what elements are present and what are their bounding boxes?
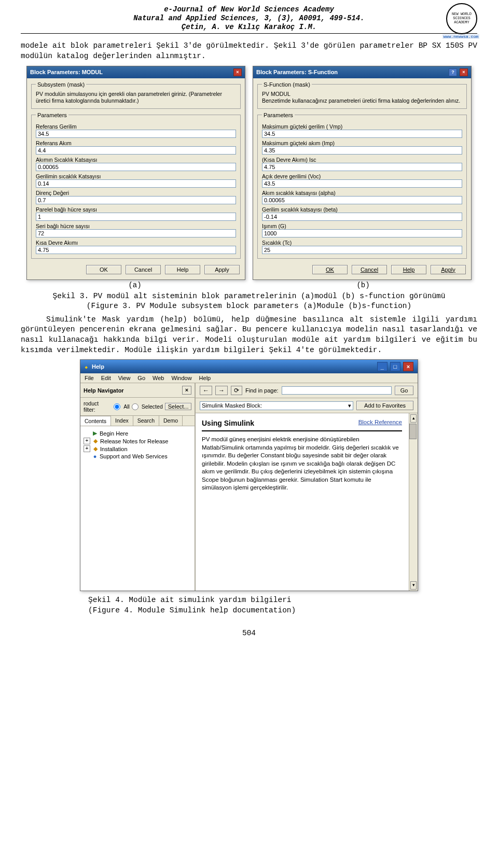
cancel-button[interactable]: Cancel <box>126 265 161 274</box>
dialog-sfunction: Block Parameters: S-Function ? × S-Funct… <box>253 66 472 280</box>
product-filter: roduct filter: All Selected Select... <box>80 398 195 416</box>
nav-tab[interactable]: Search <box>133 416 159 426</box>
hc-toolbar: ← → ⟳ Find in page: Go <box>196 383 418 398</box>
help-icon[interactable]: ? <box>449 68 457 76</box>
tree-item[interactable]: ●Support and Web Services <box>82 453 192 460</box>
back-icon[interactable]: ← <box>200 386 212 395</box>
help-content: ← → ⟳ Find in page: Go Simulink Masked B… <box>196 383 418 591</box>
tree-item[interactable]: ▶Begin Here <box>82 429 192 437</box>
param-input[interactable] <box>36 146 236 155</box>
menu-item[interactable]: Help <box>199 375 211 381</box>
param-label: Kısa Devre Akımı <box>36 240 236 246</box>
forward-icon[interactable]: → <box>215 386 228 395</box>
param-input[interactable] <box>36 213 236 221</box>
menu-item[interactable]: Edit <box>101 375 111 381</box>
param-input[interactable] <box>36 229 236 237</box>
param-input[interactable] <box>36 196 236 204</box>
reload-icon[interactable]: ⟳ <box>231 386 242 395</box>
mask-legend-b: S-Function (mask) <box>262 81 312 88</box>
tree-icon: ● <box>91 453 99 459</box>
param-label: Açık devre gerilimi (Voc) <box>262 173 462 179</box>
journal-header: e-Journal of New World Sciences Academy … <box>21 5 477 31</box>
mask-line1-b: PV MODUL <box>262 91 462 97</box>
menu-item[interactable]: Window <box>171 375 191 381</box>
ok-button[interactable]: OK <box>86 265 121 274</box>
block-reference-link[interactable]: Block Reference <box>358 418 402 428</box>
fig3-caption-l2: (Figure 3. PV Module subsystem block par… <box>21 301 477 312</box>
help-button[interactable]: Help <box>165 265 200 274</box>
tree-icon: ▶ <box>91 430 99 437</box>
filter-selected-radio[interactable] <box>132 403 139 410</box>
body-paragraph-2: Simulink'te Mask yardım (help) bölümü, h… <box>21 315 477 355</box>
param-input[interactable] <box>262 196 462 204</box>
close-icon[interactable]: × <box>403 362 413 371</box>
apply-button[interactable]: Apply <box>431 265 466 274</box>
param-input[interactable] <box>262 146 462 155</box>
param-input[interactable] <box>262 163 462 171</box>
tree-label: Support and Web Services <box>100 453 168 459</box>
ok-button[interactable]: OK <box>312 265 348 274</box>
maximize-icon[interactable]: □ <box>390 362 400 371</box>
mask-fieldset-b: S-Function (mask) PV MODUL Benzetimde ku… <box>257 81 467 109</box>
add-favorites-button[interactable]: Add to Favorites <box>356 401 413 410</box>
param-input[interactable] <box>36 246 236 254</box>
titlebar-b[interactable]: Block Parameters: S-Function ? × <box>253 66 471 78</box>
param-label: Gerilim sıcaklık katsayısı (beta) <box>262 206 462 213</box>
param-label: Sıcaklık (Tc) <box>262 240 462 246</box>
param-input[interactable] <box>262 130 462 138</box>
logo-text: NEW WORLD SCIENCES ACADEMY <box>447 12 476 24</box>
param-input[interactable] <box>36 179 236 188</box>
find-label: Find in page: <box>245 387 279 394</box>
param-input[interactable] <box>262 179 462 188</box>
label-a: (a) <box>128 281 141 289</box>
content-title: Using Simulink <box>202 418 254 428</box>
filter-all-radio[interactable] <box>114 403 120 410</box>
tree-label: Release Notes for Release <box>100 438 168 444</box>
simulink-select[interactable]: Simulink Masked Block: ▾ <box>200 401 353 410</box>
scroll-up-icon[interactable]: ▴ <box>410 414 417 423</box>
apply-button[interactable]: Apply <box>204 265 240 274</box>
param-label: Seri bağlı hücre sayısı <box>36 223 236 229</box>
help-button[interactable]: Help <box>391 265 426 274</box>
help-navigator: Help Navigator × roduct filter: All Sele… <box>80 383 196 591</box>
fig3-caption: Şekil 3. PV modül alt sisteminin blok pa… <box>21 291 477 312</box>
dialog-modul: Block Parameters: MODUL × Subsystem (mas… <box>26 66 245 280</box>
scroll-down-icon[interactable]: ▾ <box>410 581 417 590</box>
nav-tab[interactable]: Contents <box>80 416 111 426</box>
titlebar-a[interactable]: Block Parameters: MODUL × <box>27 66 245 78</box>
close-icon[interactable]: × <box>233 68 242 76</box>
params-legend-a: Parameters <box>36 112 68 118</box>
expand-icon[interactable]: + <box>84 445 90 452</box>
tree-icon: ◆ <box>92 445 99 452</box>
cancel-button[interactable]: Cancel <box>352 265 387 274</box>
expand-icon[interactable]: + <box>84 438 90 444</box>
param-input[interactable] <box>36 163 236 171</box>
nav-close-icon[interactable]: × <box>182 386 191 395</box>
param-input[interactable] <box>36 130 236 138</box>
app-icon: ⬥ <box>85 363 88 370</box>
header-rule <box>21 33 477 34</box>
tree-item[interactable]: +◆Installation <box>82 445 192 453</box>
nav-tab[interactable]: Index <box>111 416 133 426</box>
go-button[interactable]: Go <box>395 386 413 395</box>
menu-item[interactable]: Web <box>153 375 164 381</box>
menu-item[interactable]: File <box>85 375 94 381</box>
param-input[interactable] <box>262 246 462 254</box>
help-titlebar[interactable]: ⬥ Help _ □ × <box>80 360 418 373</box>
close-icon[interactable]: × <box>460 68 468 76</box>
param-label: Referans Akım <box>36 140 236 146</box>
help-title: Help <box>92 363 104 370</box>
scrollbar[interactable]: ▴ ▾ <box>409 413 418 591</box>
param-input[interactable] <box>262 229 462 237</box>
param-label: Parelel bağlı hücre sayısı <box>36 206 236 213</box>
menu-item[interactable]: View <box>118 375 131 381</box>
menu-item[interactable]: Go <box>137 375 145 381</box>
select-button[interactable]: Select... <box>165 403 191 410</box>
mask-fieldset-a: Subsystem (mask) PV modulün simulasyonu … <box>31 81 241 109</box>
find-input[interactable] <box>282 386 392 395</box>
nav-tab[interactable]: Demo <box>159 416 183 426</box>
scroll-thumb[interactable] <box>409 424 417 439</box>
minimize-icon[interactable]: _ <box>377 362 388 371</box>
param-input[interactable] <box>262 213 462 221</box>
tree-item[interactable]: +◆Release Notes for Release <box>82 437 192 445</box>
